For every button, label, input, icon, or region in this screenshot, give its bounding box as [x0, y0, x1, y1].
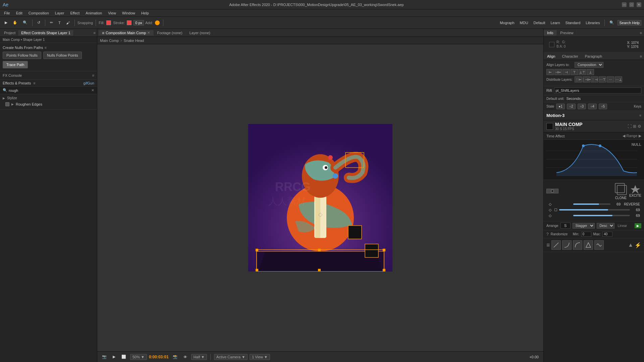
tool-select[interactable]: ▶ — [3, 19, 9, 26]
window-controls[interactable]: — □ ✕ — [622, 2, 641, 7]
slider-3-track[interactable] — [573, 215, 630, 216]
motion-options-icon[interactable]: ≡ — [639, 114, 641, 117]
slider-1-icon[interactable]: ◇ — [548, 202, 552, 206]
menu-effect[interactable]: Effect — [67, 10, 82, 16]
menu-view[interactable]: View — [105, 10, 119, 16]
tool-hand[interactable]: ✋ — [11, 19, 19, 26]
mograph-btn[interactable]: Mograph — [498, 20, 516, 26]
effects-options-icon[interactable]: ≡ — [33, 81, 35, 85]
distribute-center-v-button[interactable]: ⋯ — [607, 76, 614, 82]
search-help-input[interactable]: Search Help — [618, 20, 641, 25]
align-center-h-button[interactable]: ⊣⊢ — [554, 69, 562, 75]
vp-quality-dropdown[interactable]: Half ▼ — [191, 354, 207, 360]
clone-button[interactable]: CLONE — [614, 182, 628, 200]
align-top-button[interactable]: ⊤ — [571, 69, 578, 75]
vp-preview-icon[interactable]: ▶ — [111, 354, 117, 360]
arrange-value-input[interactable] — [560, 223, 571, 229]
tab-effect-controls[interactable]: Effect Controls Shape Layer 1 — [18, 30, 73, 36]
motion-settings-icon[interactable]: ⚙ — [638, 124, 641, 129]
stagger-dropdown[interactable]: Stagger — [573, 223, 595, 229]
vp-camera-icon[interactable]: 📷 — [100, 354, 109, 360]
points-follow-nulls-button[interactable]: Points Follow Nulls — [3, 52, 41, 59]
min-value-input[interactable] — [581, 232, 591, 237]
stroke-value[interactable]: 0 px — [133, 20, 144, 25]
play-button[interactable]: ▶ — [635, 223, 641, 228]
vp-timecode[interactable]: 0:00:03:01 — [149, 355, 169, 359]
roughen-edges-checkbox[interactable] — [5, 102, 9, 106]
viewport[interactable]: RRCG 人人素材 — [97, 44, 543, 351]
align-center-v-button[interactable]: ⊥⊤ — [579, 69, 586, 75]
libraries-btn[interactable]: Libraries — [584, 20, 602, 26]
slider-3-icon[interactable]: ◇ — [548, 213, 552, 218]
motion-bolt-icon[interactable]: ⚡ — [635, 242, 641, 248]
roughen-edges-item[interactable]: ▶ Roughen Edges — [3, 101, 94, 107]
effects-search-input[interactable] — [9, 88, 90, 93]
menu-help[interactable]: Help — [139, 10, 152, 16]
breadcrumb-maincomp[interactable]: Main Comp — [100, 39, 119, 43]
close-button[interactable]: ✕ — [637, 2, 641, 7]
panel-options-icon[interactable]: ≡ — [94, 31, 96, 35]
maximize-button[interactable]: □ — [629, 2, 634, 7]
motion-fit-icon[interactable]: ⊞ — [633, 124, 636, 129]
vp-view-dropdown[interactable]: 1 View ▼ — [250, 354, 270, 360]
distribute-bottom-button[interactable]: ⋯⊥ — [615, 76, 622, 82]
align-right-button[interactable]: ⊣ — [562, 69, 570, 75]
tool-brush[interactable]: 🖌 — [64, 20, 72, 26]
nulls-options-icon[interactable]: ≡ — [44, 46, 46, 50]
tab-paragraph[interactable]: Paragraph — [582, 54, 605, 59]
tool-zoom[interactable]: 🔍 — [21, 19, 30, 26]
comp-tab-main[interactable]: ◼ Composition Main Comp ✕ — [99, 30, 154, 36]
fx-console-options[interactable]: ≡ — [92, 73, 94, 77]
menu-layer[interactable]: Layer — [52, 10, 67, 16]
slider-2-track[interactable] — [559, 209, 630, 210]
search-icon[interactable]: 🔍 — [607, 19, 616, 26]
vp-render-btn[interactable]: +0.00 — [527, 354, 541, 360]
shape-ease-out-button[interactable] — [573, 240, 582, 250]
stylize-expand-icon[interactable]: ▶ — [3, 97, 5, 100]
state-2-button[interactable]: ○2 — [567, 104, 576, 109]
shape-linear-button[interactable] — [551, 240, 561, 250]
max-value-input[interactable] — [602, 232, 612, 237]
time-affect-range-icon[interactable]: Range — [627, 134, 637, 138]
effects-search-clear-button[interactable]: ✕ — [91, 88, 94, 93]
menu-edit[interactable]: Edit — [13, 10, 25, 16]
motion-chevron-up-icon[interactable]: ▲ — [628, 242, 633, 248]
randomize-question-icon[interactable]: ? — [546, 232, 549, 237]
state-4-button[interactable]: ○4 — [588, 104, 597, 109]
comp-tab-layer[interactable]: Layer (none) — [186, 30, 214, 36]
time-affect-prev-icon[interactable]: ◀ — [623, 134, 625, 138]
menu-file[interactable]: File — [1, 10, 13, 16]
tool-pen[interactable]: ✏ — [48, 19, 55, 26]
align-panel-options[interactable]: ≡ — [640, 54, 644, 58]
state-5-button[interactable]: ○5 — [599, 104, 607, 109]
reverse-label[interactable]: REVERSE — [624, 202, 640, 206]
state-3-button[interactable]: ○3 — [578, 104, 586, 109]
menu-animation[interactable]: Animation — [83, 10, 105, 16]
add-icon[interactable] — [155, 20, 160, 25]
distribute-center-h-button[interactable]: ⋮⊣⊢ — [583, 76, 590, 82]
nulls-follow-points-button[interactable]: Nulls Follow Points — [43, 52, 82, 59]
breadcrumb-snakehead[interactable]: Snake Head — [124, 39, 144, 43]
slider-1-track[interactable] — [573, 203, 610, 205]
shape-triangle-button[interactable] — [584, 240, 593, 250]
tool-text[interactable]: T — [56, 20, 63, 26]
excite-button[interactable]: EXCITE — [629, 184, 641, 197]
standard-btn[interactable]: Standard — [564, 20, 583, 26]
expand-collapse-icon[interactable]: ≡ — [546, 242, 550, 249]
vp-camera-dropdown[interactable]: Active Camera ▼ — [214, 354, 248, 360]
rift-plugin-input[interactable]: pt_ShiftLayers — [554, 87, 642, 94]
shape-ease-in-button[interactable] — [562, 240, 572, 250]
default-btn[interactable]: Default — [532, 20, 547, 26]
motion-expand-icon[interactable]: ⛶ — [628, 124, 632, 129]
tab-character[interactable]: Character — [558, 54, 581, 59]
stroke-swatch[interactable] — [127, 20, 131, 25]
menu-composition[interactable]: Composition — [26, 10, 52, 16]
align-to-dropdown[interactable]: Composition — [575, 62, 603, 68]
slider-2-icon[interactable]: ◇ — [548, 207, 552, 212]
fill-swatch[interactable] — [106, 20, 111, 25]
distribute-top-button[interactable]: ⋯⊤ — [599, 76, 606, 82]
vp-snapshot-icon[interactable]: 📸 — [171, 354, 179, 360]
vp-show-snapshot-icon[interactable]: 👁 — [181, 354, 189, 360]
vp-wireframe-icon[interactable]: ⬜ — [119, 354, 128, 360]
learn-btn[interactable]: Learn — [548, 20, 562, 26]
